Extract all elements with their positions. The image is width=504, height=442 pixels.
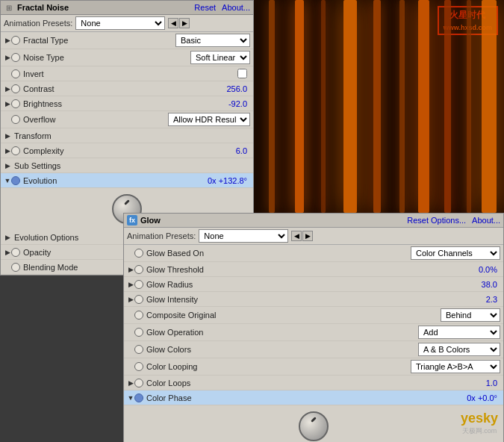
fractal-type-expand[interactable]: ▶ bbox=[4, 37, 11, 44]
invert-row: ▶ Invert bbox=[1, 66, 253, 81]
evolution-expand[interactable]: ▼ bbox=[4, 177, 11, 184]
overflow-row: ▶ Overflow Allow HDR Results bbox=[1, 111, 253, 128]
glow-op-select[interactable]: Add bbox=[418, 326, 500, 339]
invert-stopwatch[interactable] bbox=[11, 69, 20, 78]
overflow-select[interactable]: Allow HDR Results bbox=[168, 113, 250, 126]
color-phase-row: ▼ Color Phase 0x +0.0° bbox=[124, 390, 503, 405]
sub-settings-label: Sub Settings bbox=[11, 161, 250, 170]
opacity-expand[interactable]: ▶ bbox=[4, 249, 11, 256]
color-phase-knob-container bbox=[124, 405, 503, 442]
glow-next-arrow[interactable]: ▶ bbox=[302, 231, 313, 241]
color-phase-knob[interactable] bbox=[299, 411, 329, 441]
transform-row: ▶ Transform bbox=[1, 128, 253, 143]
glow-op-label: Glow Operation bbox=[143, 328, 418, 337]
glow-radius-value[interactable]: 38.0 bbox=[482, 280, 500, 289]
glow-threshold-stopwatch[interactable] bbox=[134, 265, 143, 274]
fractal-prev-arrow[interactable]: ◀ bbox=[168, 18, 178, 28]
contrast-row: ▶ Contrast 256.0 bbox=[1, 81, 253, 96]
glow-reset-link[interactable]: Reset Options... bbox=[407, 216, 466, 225]
preview-area: 火星时代www.hxsd.com bbox=[254, 0, 504, 213]
glow-panel-title: Glow bbox=[140, 216, 319, 225]
fractal-type-stopwatch[interactable] bbox=[11, 36, 20, 45]
color-phase-expand[interactable]: ▼ bbox=[127, 394, 134, 402]
brightness-label: Brightness bbox=[20, 99, 228, 108]
glow-panel-links: Reset Options... About... bbox=[322, 216, 500, 225]
sub-settings-row: ▶ Sub Settings bbox=[1, 158, 253, 173]
glow-presets-label: Animation Presets: bbox=[127, 231, 196, 240]
glow-colors-select[interactable]: A & B Colors bbox=[418, 343, 500, 356]
glow-operation-row: ▶ Glow Operation Add bbox=[124, 324, 503, 341]
brightness-value[interactable]: -92.0 bbox=[228, 99, 250, 108]
color-loops-stopwatch[interactable] bbox=[134, 379, 143, 387]
evolution-options-expand[interactable]: ▶ bbox=[4, 234, 11, 241]
brightness-expand[interactable]: ▶ bbox=[4, 100, 11, 108]
noise-type-stopwatch[interactable] bbox=[11, 53, 20, 62]
blending-mode-stopwatch[interactable] bbox=[11, 263, 20, 272]
fractal-type-select[interactable]: Basic bbox=[175, 34, 250, 47]
color-looping-select[interactable]: Triangle A>B>A bbox=[411, 360, 500, 373]
yesky-logo: yesky bbox=[461, 411, 498, 426]
glow-op-stopwatch[interactable] bbox=[134, 328, 143, 337]
complexity-stopwatch[interactable] bbox=[11, 146, 20, 155]
glow-fx-icon: fx bbox=[127, 215, 137, 225]
contrast-expand[interactable]: ▶ bbox=[4, 85, 11, 93]
color-phase-stopwatch[interactable] bbox=[134, 393, 143, 402]
evolution-value[interactable]: 0x +132.8° bbox=[208, 176, 250, 185]
glow-based-stopwatch[interactable] bbox=[134, 249, 143, 258]
glow-intensity-value[interactable]: 2.3 bbox=[486, 295, 500, 304]
transform-expand[interactable]: ▶ bbox=[4, 132, 11, 140]
fractal-reset-link[interactable]: Reset bbox=[194, 3, 216, 12]
composite-label: Composite Original bbox=[143, 311, 441, 320]
glow-about-link[interactable]: About... bbox=[472, 216, 500, 225]
contrast-stopwatch[interactable] bbox=[11, 84, 20, 93]
glow-threshold-row: ▶ Glow Threshold 0.0% bbox=[124, 262, 503, 277]
glow-panel: fx Glow Reset Options... About... Animat… bbox=[123, 213, 504, 442]
glow-radius-label: Glow Radius bbox=[143, 280, 482, 289]
opacity-stopwatch[interactable] bbox=[11, 248, 20, 257]
sub-settings-expand[interactable]: ▶ bbox=[4, 162, 11, 169]
composite-original-row: ▶ Composite Original Behind bbox=[124, 307, 503, 324]
complexity-value[interactable]: 6.0 bbox=[236, 146, 250, 155]
color-loops-label: Color Loops bbox=[143, 379, 486, 387]
composite-stopwatch[interactable] bbox=[134, 311, 143, 320]
composite-select[interactable]: Behind bbox=[441, 308, 500, 322]
glow-threshold-expand[interactable]: ▶ bbox=[127, 266, 134, 273]
color-phase-value[interactable]: 0x +0.0° bbox=[467, 393, 500, 402]
contrast-label: Contrast bbox=[20, 84, 226, 93]
glow-colors-stopwatch[interactable] bbox=[134, 345, 143, 354]
glow-radius-row: ▶ Glow Radius 38.0 bbox=[124, 277, 503, 292]
invert-checkbox[interactable] bbox=[237, 69, 247, 78]
glow-nav-arrows: ◀ ▶ bbox=[291, 231, 313, 241]
complexity-label: Complexity bbox=[20, 146, 236, 155]
fractal-presets-select[interactable]: None bbox=[75, 16, 165, 30]
glow-intensity-stopwatch[interactable] bbox=[134, 295, 143, 304]
complexity-expand[interactable]: ▶ bbox=[4, 147, 11, 155]
brightness-stopwatch[interactable] bbox=[11, 99, 20, 108]
glow-based-label: Glow Based On bbox=[143, 249, 411, 258]
glow-radius-expand[interactable]: ▶ bbox=[127, 281, 134, 288]
color-looping-label: Color Looping bbox=[143, 362, 411, 371]
fractal-type-label: Fractal Type bbox=[20, 36, 175, 45]
glow-intensity-expand[interactable]: ▶ bbox=[127, 296, 134, 303]
noise-type-select[interactable]: Soft Linear bbox=[190, 51, 250, 64]
contrast-value[interactable]: 256.0 bbox=[226, 84, 250, 93]
fractal-about-link[interactable]: About... bbox=[222, 3, 250, 12]
glow-radius-stopwatch[interactable] bbox=[134, 280, 143, 289]
glow-based-select[interactable]: Color Channels bbox=[411, 246, 500, 260]
glow-presets-select[interactable]: None bbox=[199, 229, 288, 243]
color-looping-stopwatch[interactable] bbox=[134, 362, 143, 371]
glow-intensity-row: ▶ Glow Intensity 2.3 bbox=[124, 292, 503, 307]
yesky-watermark: yesky 天极网.com bbox=[461, 411, 498, 436]
fractal-type-row: ▶ Fractal Type Basic bbox=[1, 32, 253, 49]
glow-threshold-label: Glow Threshold bbox=[143, 265, 479, 274]
fractal-next-arrow[interactable]: ▶ bbox=[179, 18, 190, 28]
color-loops-value[interactable]: 1.0 bbox=[486, 379, 500, 387]
fractal-nav-arrows: ◀ ▶ bbox=[168, 18, 190, 28]
overflow-stopwatch[interactable] bbox=[11, 115, 20, 124]
noise-type-expand[interactable]: ▶ bbox=[4, 54, 11, 61]
color-loops-expand[interactable]: ▶ bbox=[127, 379, 134, 387]
evolution-stopwatch[interactable] bbox=[11, 176, 20, 185]
glow-threshold-value[interactable]: 0.0% bbox=[479, 265, 500, 274]
fractal-noise-icon: ⊞ bbox=[4, 2, 14, 13]
glow-prev-arrow[interactable]: ◀ bbox=[291, 231, 302, 241]
